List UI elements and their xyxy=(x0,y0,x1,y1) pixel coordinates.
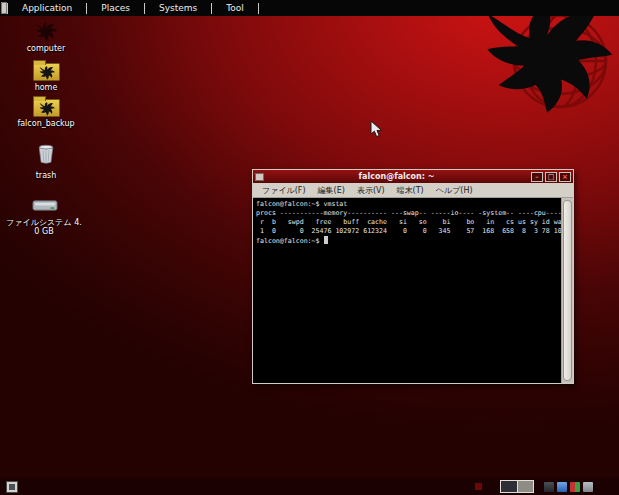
desktop-icon-computer[interactable]: computer xyxy=(8,22,84,53)
falcon-globe-logo xyxy=(468,8,619,116)
terminal-title: falcon@falcon: ~ xyxy=(264,171,529,183)
bottom-taskbar xyxy=(0,478,619,495)
desktop-icon-falcon-backup[interactable]: falcon_backup xyxy=(8,96,84,128)
terminal-output-line: 1 0 0 25476 102972 612324 0 0 345 57 168… xyxy=(256,227,558,236)
maximize-button[interactable]: □ xyxy=(545,172,557,182)
taskbar-red-icon[interactable] xyxy=(475,483,482,490)
workspace-1[interactable] xyxy=(501,481,517,492)
icon-label: trash xyxy=(8,171,84,180)
icon-label: computer xyxy=(8,44,84,53)
tray-display-icon[interactable] xyxy=(557,482,567,492)
computer-eagle-icon xyxy=(32,22,60,42)
terminal-prompt-line: falcon@falcon:~$ xyxy=(256,236,558,246)
menu-divider xyxy=(258,3,259,14)
menu-systems[interactable]: Systems xyxy=(145,3,211,13)
terminal-output-line: procs -----------memory---------- ---swa… xyxy=(256,209,558,218)
disk-drive-icon xyxy=(32,197,56,216)
menu-application[interactable]: Application xyxy=(8,3,86,13)
desktop-icon-trash[interactable]: trash xyxy=(8,143,84,180)
terminal-cursor xyxy=(324,236,328,244)
terminal-menu-edit[interactable]: 編集(E) xyxy=(312,185,351,196)
tray-updates-icon[interactable] xyxy=(570,482,580,492)
tray-windows-icon[interactable] xyxy=(583,482,593,492)
terminal-output-line: falcon@falcon:~$ vmstat xyxy=(256,200,558,209)
icon-label: home xyxy=(8,83,84,92)
workspace-switcher[interactable] xyxy=(500,480,534,493)
system-tray xyxy=(541,482,593,492)
terminal-window: falcon@falcon: ~ – □ × ファイル(F) 編集(E) 表示(… xyxy=(252,169,574,384)
terminal-titlebar[interactable]: falcon@falcon: ~ – □ × xyxy=(253,170,573,183)
icon-label-line2: 0 GB xyxy=(6,227,82,236)
tray-camera-icon[interactable] xyxy=(544,482,554,492)
close-button[interactable]: × xyxy=(559,172,571,182)
terminal-scrollbar[interactable] xyxy=(561,198,573,383)
terminal-menu-terminal[interactable]: 端末(T) xyxy=(391,185,430,196)
desktop-icon-home[interactable]: home xyxy=(8,60,84,92)
terminal-menu-help[interactable]: ヘルプ(H) xyxy=(430,185,479,196)
terminal-menubar: ファイル(F) 編集(E) 表示(V) 端末(T) ヘルプ(H) xyxy=(253,183,573,198)
scrollbar-thumb[interactable] xyxy=(563,200,572,381)
icon-label: falcon_backup xyxy=(8,119,84,128)
folder-icon xyxy=(33,63,60,81)
icon-label: ファイルシステム 4. xyxy=(6,218,82,227)
menu-places[interactable]: Places xyxy=(87,3,144,13)
minimize-button[interactable]: – xyxy=(531,172,543,182)
terminal-output-line: r b swpd free buff cache si so bi bo in … xyxy=(256,218,558,227)
desktop-icon-filesystem[interactable]: ファイルシステム 4. 0 GB xyxy=(6,197,82,236)
terminal-content[interactable]: falcon@falcon:~$ vmstat procs ----------… xyxy=(253,198,573,383)
mouse-cursor xyxy=(370,120,383,139)
terminal-window-icon xyxy=(255,173,264,181)
workspace-2[interactable] xyxy=(517,481,534,492)
trash-icon xyxy=(34,143,58,169)
show-desktop-icon[interactable] xyxy=(6,481,18,493)
terminal-menu-file[interactable]: ファイル(F) xyxy=(256,185,312,196)
folder-icon xyxy=(33,99,60,117)
terminal-menu-view[interactable]: 表示(V) xyxy=(351,185,391,196)
top-menu-bar: Application Places Systems Tool xyxy=(0,0,619,16)
desktop: Application Places Systems Tool computer xyxy=(0,0,619,495)
menu-tool[interactable]: Tool xyxy=(212,3,257,13)
